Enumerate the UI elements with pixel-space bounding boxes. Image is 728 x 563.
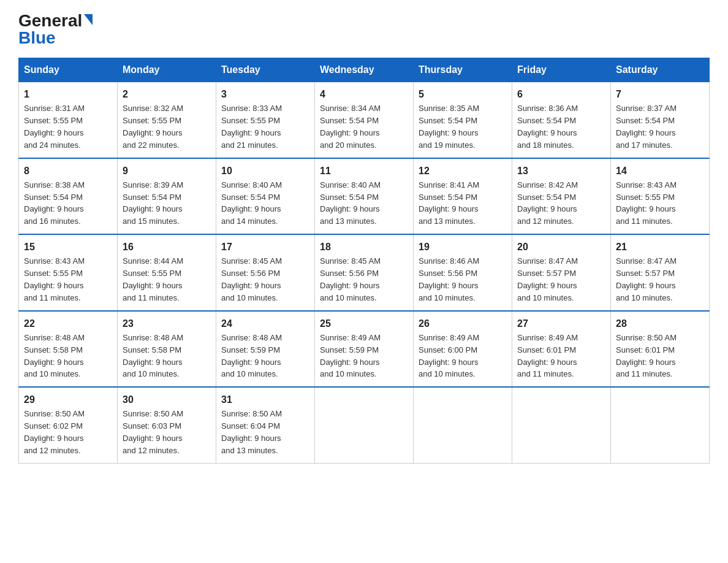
day-number: 28 (616, 316, 704, 331)
day-daylight: Daylight: 9 hours (517, 128, 577, 137)
day-number: 30 (123, 393, 211, 407)
day-daylight: Daylight: 9 hours (123, 204, 183, 213)
day-sunset: Sunset: 5:56 PM (221, 269, 280, 278)
day-sunset: Sunset: 5:58 PM (123, 345, 181, 354)
day-daylight-minutes: and 16 minutes. (24, 216, 81, 226)
day-daylight: Daylight: 9 hours (517, 281, 577, 290)
logo-general-text: General (18, 12, 93, 29)
day-daylight-minutes: and 21 minutes. (221, 140, 278, 150)
calendar-cell: 13 Sunrise: 8:42 AM Sunset: 5:54 PM Dayl… (512, 158, 611, 235)
calendar-cell: 25 Sunrise: 8:49 AM Sunset: 5:59 PM Dayl… (315, 311, 414, 388)
calendar-header: SundayMondayTuesdayWednesdayThursdayFrid… (19, 58, 710, 82)
calendar-cell (512, 387, 611, 463)
day-number: 26 (419, 316, 507, 331)
day-sunrise: Sunrise: 8:49 AM (320, 333, 381, 342)
day-number: 24 (221, 316, 309, 331)
calendar-cell: 26 Sunrise: 8:49 AM Sunset: 6:00 PM Dayl… (414, 311, 512, 388)
calendar-cell: 24 Sunrise: 8:48 AM Sunset: 5:59 PM Dayl… (216, 311, 315, 388)
day-daylight: Daylight: 9 hours (517, 204, 577, 213)
calendar-cell (315, 387, 414, 463)
day-number: 7 (616, 87, 704, 101)
day-daylight: Daylight: 9 hours (123, 358, 183, 367)
day-sunset: Sunset: 6:04 PM (221, 421, 280, 431)
day-daylight: Daylight: 9 hours (123, 128, 183, 137)
day-daylight: Daylight: 9 hours (616, 281, 676, 290)
day-sunrise: Sunrise: 8:43 AM (616, 180, 677, 190)
calendar-cell: 2 Sunrise: 8:32 AM Sunset: 5:55 PM Dayli… (118, 82, 216, 158)
day-daylight: Daylight: 9 hours (221, 204, 281, 213)
day-daylight: Daylight: 9 hours (517, 358, 577, 367)
day-daylight: Daylight: 9 hours (24, 128, 84, 137)
page-header: General Blue (18, 12, 710, 47)
day-daylight-minutes: and 13 minutes. (419, 216, 476, 226)
calendar-body: 1 Sunrise: 8:31 AM Sunset: 5:55 PM Dayli… (19, 82, 710, 464)
day-sunrise: Sunrise: 8:33 AM (221, 104, 282, 113)
calendar-cell: 27 Sunrise: 8:49 AM Sunset: 6:01 PM Dayl… (512, 311, 611, 388)
calendar-cell: 8 Sunrise: 8:38 AM Sunset: 5:54 PM Dayli… (19, 158, 118, 235)
day-daylight-minutes: and 12 minutes. (123, 446, 180, 455)
day-daylight: Daylight: 9 hours (221, 358, 281, 367)
day-sunset: Sunset: 5:55 PM (24, 116, 83, 125)
day-sunset: Sunset: 5:54 PM (123, 193, 181, 202)
day-sunset: Sunset: 5:54 PM (419, 116, 477, 125)
day-sunrise: Sunrise: 8:47 AM (517, 256, 578, 266)
day-daylight: Daylight: 9 hours (320, 128, 380, 137)
day-number: 23 (123, 316, 211, 331)
day-sunrise: Sunrise: 8:47 AM (616, 256, 677, 266)
day-sunset: Sunset: 5:59 PM (320, 345, 379, 354)
day-sunset: Sunset: 5:55 PM (123, 269, 181, 278)
day-daylight: Daylight: 9 hours (419, 204, 479, 213)
day-daylight-minutes: and 10 minutes. (221, 293, 278, 302)
day-daylight-minutes: and 15 minutes. (123, 216, 180, 226)
day-sunrise: Sunrise: 8:49 AM (517, 333, 578, 342)
day-number: 2 (123, 87, 211, 101)
day-daylight: Daylight: 9 hours (221, 281, 281, 290)
day-number: 22 (24, 316, 112, 331)
day-number: 6 (517, 87, 605, 101)
calendar-cell: 6 Sunrise: 8:36 AM Sunset: 5:54 PM Dayli… (512, 82, 611, 158)
day-sunset: Sunset: 5:54 PM (517, 116, 576, 125)
logo: General Blue (18, 12, 93, 47)
day-number: 15 (24, 240, 112, 254)
day-sunrise: Sunrise: 8:32 AM (123, 104, 183, 113)
day-sunrise: Sunrise: 8:50 AM (221, 409, 282, 418)
day-sunrise: Sunrise: 8:34 AM (320, 104, 381, 113)
day-daylight-minutes: and 10 minutes. (419, 369, 476, 378)
day-daylight-minutes: and 10 minutes. (24, 369, 81, 378)
calendar-cell: 4 Sunrise: 8:34 AM Sunset: 5:54 PM Dayli… (315, 82, 414, 158)
day-daylight-minutes: and 20 minutes. (320, 140, 377, 150)
logo-triangle-icon (84, 14, 93, 25)
calendar-week-row: 22 Sunrise: 8:48 AM Sunset: 5:58 PM Dayl… (19, 311, 710, 388)
calendar-cell: 19 Sunrise: 8:46 AM Sunset: 5:56 PM Dayl… (414, 234, 512, 311)
weekday-header-sunday: Sunday (19, 58, 118, 82)
day-number: 21 (616, 240, 704, 254)
day-number: 25 (320, 316, 408, 331)
calendar-cell: 3 Sunrise: 8:33 AM Sunset: 5:55 PM Dayli… (216, 82, 315, 158)
day-sunset: Sunset: 5:58 PM (24, 345, 83, 354)
day-sunrise: Sunrise: 8:31 AM (24, 104, 85, 113)
day-sunrise: Sunrise: 8:35 AM (419, 104, 479, 113)
day-sunset: Sunset: 6:03 PM (123, 421, 181, 431)
weekday-header-row: SundayMondayTuesdayWednesdayThursdayFrid… (19, 58, 710, 82)
day-sunrise: Sunrise: 8:43 AM (24, 256, 85, 266)
calendar-cell: 21 Sunrise: 8:47 AM Sunset: 5:57 PM Dayl… (611, 234, 710, 311)
calendar-cell: 15 Sunrise: 8:43 AM Sunset: 5:55 PM Dayl… (19, 234, 118, 311)
day-number: 18 (320, 240, 408, 254)
day-sunrise: Sunrise: 8:42 AM (517, 180, 578, 190)
day-number: 27 (517, 316, 605, 331)
day-sunset: Sunset: 6:01 PM (517, 345, 576, 354)
day-sunrise: Sunrise: 8:50 AM (616, 333, 677, 342)
day-sunrise: Sunrise: 8:45 AM (320, 256, 381, 266)
day-daylight-minutes: and 19 minutes. (419, 140, 476, 150)
day-daylight-minutes: and 10 minutes. (419, 293, 476, 302)
day-sunrise: Sunrise: 8:46 AM (419, 256, 479, 266)
day-sunset: Sunset: 5:55 PM (123, 116, 181, 125)
day-daylight: Daylight: 9 hours (320, 204, 380, 213)
day-daylight: Daylight: 9 hours (419, 281, 479, 290)
day-daylight: Daylight: 9 hours (24, 281, 84, 290)
calendar-cell: 11 Sunrise: 8:40 AM Sunset: 5:54 PM Dayl… (315, 158, 414, 235)
day-sunrise: Sunrise: 8:45 AM (221, 256, 282, 266)
day-daylight: Daylight: 9 hours (320, 358, 380, 367)
day-daylight: Daylight: 9 hours (221, 128, 281, 137)
day-sunset: Sunset: 5:54 PM (616, 116, 675, 125)
